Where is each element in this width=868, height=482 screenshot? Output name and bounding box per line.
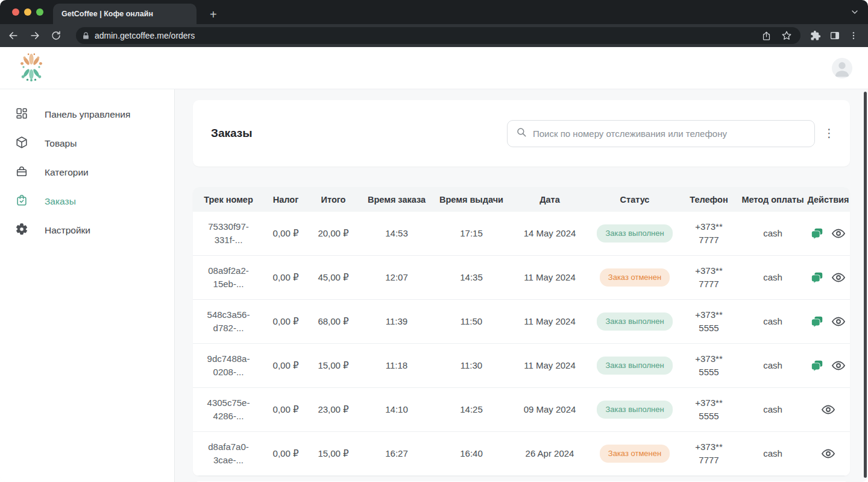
cell-date: 26 Apr 2024 (526, 447, 574, 460)
new-tab-button[interactable]: + (210, 8, 217, 21)
sidebar-item-orders[interactable]: Заказы (0, 187, 174, 216)
cell-order-time: 14:10 (385, 403, 408, 416)
chat-icon[interactable] (811, 315, 824, 328)
view-order-eye-icon[interactable] (831, 226, 846, 241)
column-header[interactable]: Статус (620, 195, 650, 205)
url-bar[interactable]: admin.getcoffee.me/orders (76, 27, 800, 44)
settings-icon (15, 223, 28, 238)
view-order-eye-icon[interactable] (831, 314, 846, 329)
tab-title: GetCoffee | Кофе онлайн (61, 10, 153, 18)
column-header[interactable]: Дата (539, 195, 560, 205)
table-row: 548c3a56-d782-...0,00 ₽68,00 ₽11:3911:50… (193, 300, 850, 344)
cell-phone: +373** 7777 (688, 264, 730, 291)
cell-payment-method: cash (763, 227, 782, 240)
cell-date: 11 May 2024 (524, 315, 576, 328)
cell-total: 15,00 ₽ (318, 447, 348, 460)
cell-status: Заказ отменен (600, 445, 670, 463)
column-header[interactable]: Действия (808, 195, 849, 205)
cell-date: 11 May 2024 (524, 271, 576, 284)
cell-pickup-time: 17:15 (460, 227, 483, 240)
lock-icon (82, 32, 90, 40)
sidebar-item-categories[interactable]: Категории (0, 158, 174, 187)
search-icon (516, 127, 527, 140)
cell-status: Заказ выполнен (597, 357, 672, 375)
back-button[interactable] (7, 30, 27, 42)
getcoffee-logo[interactable] (16, 51, 47, 85)
cell-payment-method: cash (763, 447, 782, 460)
products-icon (15, 136, 28, 151)
status-badge: Заказ выполнен (597, 312, 672, 331)
status-badge: Заказ выполнен (597, 401, 672, 419)
cell-order-time: 12:07 (385, 271, 408, 284)
cell-payment-method: cash (763, 315, 782, 328)
chat-icon[interactable] (811, 271, 824, 284)
zoom-window-button[interactable] (36, 8, 43, 16)
view-order-eye-icon[interactable] (821, 446, 835, 461)
window-controls (12, 8, 43, 16)
cell-actions (811, 314, 846, 329)
main-content: Заказы ⋮ Трек номерНалогИтогоВремя заказ… (175, 89, 868, 482)
cell-actions (821, 402, 835, 417)
cell-track-number: 75330f97-331f-... (198, 220, 259, 247)
cell-order-time: 16:27 (385, 447, 408, 460)
cell-date: 11 May 2024 (524, 359, 576, 372)
browser-menu-icon[interactable] (849, 31, 858, 40)
extensions-puzzle-icon[interactable] (810, 30, 821, 41)
column-header[interactable]: Трек номер (204, 195, 253, 205)
table-row: d8afa7a0-3cae-...0,00 ₽15,00 ₽16:2716:40… (193, 432, 850, 476)
cell-track-number: 548c3a56-d782-... (198, 308, 259, 335)
column-header[interactable]: Итого (321, 195, 346, 205)
column-header[interactable]: Время заказа (368, 195, 426, 205)
table-row: 75330f97-331f-...0,00 ₽20,00 ₽14:5317:15… (193, 212, 850, 256)
orders-table: Трек номерНалогИтогоВремя заказаВремя вы… (193, 187, 850, 476)
table-row: 08a9f2a2-15eb-...0,00 ₽45,00 ₽12:0714:35… (193, 256, 850, 300)
cell-tax: 0,00 ₽ (273, 403, 299, 416)
app-header (0, 47, 868, 89)
sidebar-item-settings[interactable]: Настройки (0, 216, 174, 245)
table-header: Трек номерНалогИтогоВремя заказаВремя вы… (193, 187, 850, 212)
url-text: admin.getcoffee.me/orders (95, 31, 761, 40)
table-menu-icon[interactable]: ⋮ (823, 130, 832, 136)
tab-search-chevron-icon[interactable] (850, 7, 860, 17)
cell-pickup-time: 11:50 (461, 315, 482, 328)
share-icon[interactable] (761, 31, 772, 41)
column-header[interactable]: Метод оплаты (741, 195, 804, 205)
sidebar-item-label: Категории (45, 167, 89, 178)
browser-toolbar: admin.getcoffee.me/orders (0, 24, 868, 47)
forward-button[interactable] (29, 30, 48, 42)
cell-date: 09 May 2024 (524, 403, 576, 416)
table-row: 4305c75e-4286-...0,00 ₽23,00 ₽14:1014:25… (193, 388, 850, 432)
column-header[interactable]: Телефон (690, 195, 728, 205)
cell-phone: +373** 5555 (688, 308, 730, 335)
tab-strip: GetCoffee | Кофе онлайн + (0, 0, 868, 24)
cell-date: 14 May 2024 (524, 227, 576, 240)
cell-status: Заказ выполнен (597, 312, 672, 331)
page-scrollbar[interactable] (864, 92, 867, 478)
page-header-card: Заказы ⋮ (193, 100, 850, 166)
minimize-window-button[interactable] (24, 8, 31, 16)
view-order-eye-icon[interactable] (821, 402, 835, 417)
reload-button[interactable] (51, 30, 70, 41)
browser-tab[interactable]: GetCoffee | Кофе онлайн (53, 4, 197, 24)
side-panel-icon[interactable] (829, 30, 840, 41)
bookmark-star-icon[interactable] (781, 30, 792, 41)
cell-status: Заказ отменен (600, 268, 670, 287)
chat-icon[interactable] (811, 227, 824, 240)
chat-icon[interactable] (811, 359, 824, 372)
column-header[interactable]: Время выдачи (439, 195, 503, 205)
cell-order-time: 11:18 (386, 359, 407, 372)
cell-total: 23,00 ₽ (318, 403, 348, 416)
sidebar-item-products[interactable]: Товары (0, 129, 174, 158)
sidebar-item-label: Заказы (45, 196, 76, 207)
close-window-button[interactable] (12, 8, 19, 16)
cell-actions (811, 358, 846, 373)
view-order-eye-icon[interactable] (831, 270, 846, 285)
cell-actions (811, 270, 846, 285)
search-input[interactable] (533, 128, 806, 139)
user-avatar[interactable] (832, 58, 852, 78)
status-badge: Заказ выполнен (597, 357, 672, 375)
cell-tax: 0,00 ₽ (273, 271, 299, 284)
sidebar-item-dashboard[interactable]: Панель управления (0, 100, 174, 129)
column-header[interactable]: Налог (273, 195, 298, 205)
view-order-eye-icon[interactable] (831, 358, 846, 373)
